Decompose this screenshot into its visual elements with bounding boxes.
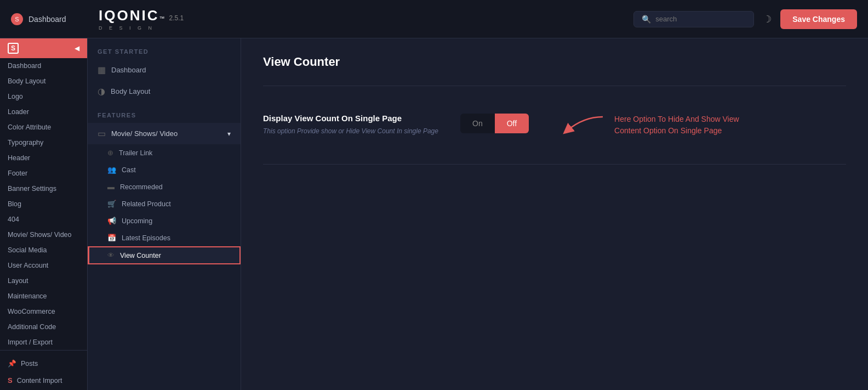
divider-bottom	[263, 164, 846, 165]
sidebar-item-content-import[interactable]: S Content Import	[0, 372, 87, 389]
body-layout-icon: ◑	[98, 86, 105, 97]
sidebar-item-header[interactable]: Header	[0, 150, 87, 166]
toggle-off-button[interactable]: Off	[495, 114, 529, 133]
annotation-arrow-group: Here Option To Hide And Show View Conten…	[562, 114, 746, 137]
sidebar-item-body-layout[interactable]: Body Layout	[0, 74, 87, 89]
mid-sub-item-trailer-link[interactable]: ⊕ Trailer Link	[88, 144, 241, 161]
right-content: View Counter Display View Count On Singl…	[241, 38, 868, 390]
dark-mode-icon[interactable]: ☽	[763, 13, 772, 25]
topbar: S Dashboard IQONIC ™ 2.5.1 D E S I G N 🔍…	[0, 0, 868, 38]
sidebar-item-banner-settings[interactable]: Banner Settings	[0, 181, 87, 196]
expand-arrow-icon: ▾	[227, 130, 231, 138]
setting-description: This option Provide show or Hide View Co…	[263, 127, 438, 135]
divider-top	[263, 86, 846, 86]
sidebar-item-logo[interactable]: Logo	[0, 89, 87, 104]
toggle-on-button[interactable]: On	[460, 114, 495, 133]
sidebar-item-dashboard[interactable]: Dashboard	[0, 58, 87, 74]
sidebar-item-user-account[interactable]: User Account	[0, 258, 87, 273]
sidebar-item-loader[interactable]: Loader	[0, 104, 87, 120]
sidebar-item-additional-code[interactable]: Additional Code	[0, 319, 87, 335]
main-layout: S ◀ Dashboard Body Layout Logo Loader Co…	[0, 38, 868, 390]
logo-main-text: IQONIC	[99, 7, 159, 24]
logo-tm: ™	[159, 15, 164, 21]
search-input[interactable]	[655, 15, 746, 23]
sidebar-item-social-media[interactable]: Social Media	[0, 242, 87, 258]
logo-block: IQONIC ™ 2.5.1 D E S I G N	[99, 7, 184, 31]
related-product-icon: 🛒	[107, 200, 116, 208]
trailer-link-icon: ⊕	[107, 149, 113, 157]
mid-sub-item-latest-episodes[interactable]: 📅 Latest Episodes	[88, 229, 241, 246]
mid-item-movie-shows-video[interactable]: ▭ Movie/ Shows/ Video ▾	[88, 123, 241, 144]
sidebar-item-color-attribute[interactable]: Color Attribute	[0, 120, 87, 135]
cast-icon: 👥	[107, 166, 116, 174]
middle-panel: GET STARTED ▦ Dashboard ◑ Body Layout FE…	[88, 38, 241, 390]
left-nav-bottom: 📌 Posts S Content Import	[0, 350, 87, 390]
sidebar-item-posts[interactable]: 📌 Posts	[0, 355, 87, 372]
topbar-left: S Dashboard	[11, 13, 99, 25]
logo-version: 2.5.1	[169, 14, 184, 22]
sidebar-item-woocommerce[interactable]: WooCommerce	[0, 304, 87, 319]
search-icon: 🔍	[642, 15, 651, 24]
left-nav-arrow: ◀	[75, 44, 79, 52]
setting-label: Display View Count On Single Page	[263, 114, 438, 123]
sidebar-item-typography[interactable]: Typography	[0, 135, 87, 150]
sidebar-item-movie-shows-video[interactable]: Movie/ Shows/ Video	[0, 227, 87, 242]
annotation-text: Here Option To Hide And Show View Conten…	[614, 114, 746, 137]
sidebar-item-import-export[interactable]: Import / Export	[0, 335, 87, 350]
dashboard-grid-icon: ▦	[98, 65, 106, 75]
logo-area: IQONIC ™ 2.5.1 D E S I G N	[99, 7, 633, 31]
mid-sub-item-related-product[interactable]: 🛒 Related Product	[88, 195, 241, 212]
sidebar-item-footer[interactable]: Footer	[0, 166, 87, 181]
mid-sub-item-recommeded[interactable]: ▬ Recommeded	[88, 178, 241, 195]
settings-row-view-count: Display View Count On Single Page This o…	[263, 97, 846, 153]
page-title: View Counter	[263, 55, 846, 69]
mid-item-dashboard[interactable]: ▦ Dashboard	[88, 59, 241, 81]
mid-sub-item-cast[interactable]: 👥 Cast	[88, 161, 241, 178]
content-import-s-icon: S	[8, 376, 13, 385]
s-logo-icon: S	[8, 43, 19, 54]
sidebar-item-404[interactable]: 404	[0, 212, 87, 227]
sidebar-item-blog[interactable]: Blog	[0, 196, 87, 212]
sidebar-item-layout[interactable]: Layout	[0, 273, 87, 289]
left-nav: S ◀ Dashboard Body Layout Logo Loader Co…	[0, 38, 88, 390]
view-counter-eye-icon: 👁	[107, 251, 115, 259]
topbar-right: 🔍 ☽ Save Changes	[633, 9, 857, 29]
search-box[interactable]: 🔍	[633, 11, 754, 27]
save-changes-button[interactable]: Save Changes	[780, 9, 857, 29]
movie-icon: ▭	[98, 128, 106, 139]
mid-sub-item-upcoming[interactable]: 📢 Upcoming	[88, 212, 241, 229]
annotation-arrow-svg	[562, 114, 606, 136]
features-section-label: FEATURES	[88, 102, 241, 123]
topbar-dashboard-label: Dashboard	[28, 15, 66, 24]
toggle-group: On Off	[460, 114, 529, 133]
logo-subtitle: D E S I G N	[99, 25, 184, 31]
recommeded-icon: ▬	[107, 183, 115, 191]
upcoming-icon: 📢	[107, 217, 116, 225]
left-nav-active-item[interactable]: S ◀	[0, 38, 87, 58]
dashboard-s-icon: S	[11, 13, 23, 25]
settings-label-area: Display View Count On Single Page This o…	[263, 114, 438, 135]
latest-episodes-icon: 📅	[107, 234, 116, 242]
mid-item-body-layout[interactable]: ◑ Body Layout	[88, 81, 241, 102]
mid-sub-item-view-counter[interactable]: 👁 View Counter	[88, 246, 241, 264]
posts-icon: 📌	[8, 359, 16, 368]
sidebar-item-maintenance[interactable]: Maintenance	[0, 289, 87, 304]
get-started-section-label: GET STARTED	[88, 38, 241, 59]
